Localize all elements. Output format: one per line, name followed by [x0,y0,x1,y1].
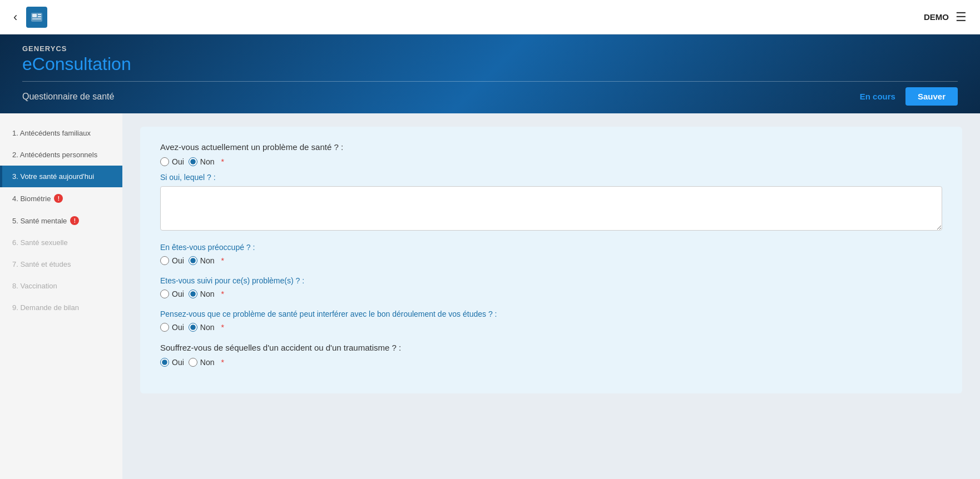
svg-rect-4 [32,18,41,19]
badge-biometrie: ! [54,194,63,203]
radio-label-q4-oui[interactable]: Oui [160,323,184,332]
radio-q1-non[interactable] [189,157,197,166]
header-title: eConsultation [22,54,958,74]
sidebar-item-label: 6. Santé sexuelle [12,238,68,247]
radio-label-q3-non[interactable]: Non [189,290,215,298]
header-title-rest: Consultation [32,54,131,74]
required-star-q4: * [221,323,224,332]
question-text-q3: Etes-vous suivi pour ce(s) problème(s) ?… [160,276,942,285]
question-row-q3: Etes-vous suivi pour ce(s) problème(s) ?… [160,276,942,298]
sidebar-item-vaccination: 8. Vaccination [0,275,122,297]
sidebar-item-label: 3. Votre santé aujourd'hui [12,172,94,181]
radio-group-q3: Oui Non * [160,290,942,298]
header-actions: En cours Sauver [860,87,958,106]
hamburger-button[interactable]: ☰ [956,10,967,24]
radio-q2-non[interactable] [189,256,197,265]
radio-group-q4: Oui Non * [160,323,942,332]
question-text-q5: Souffrez-vous de séquelles d'un accident… [160,343,942,352]
svg-rect-1 [32,14,37,17]
radio-group-q2: Oui Non * [160,256,942,265]
textarea-q1-sub[interactable] [160,186,942,231]
logo-icon [26,7,47,28]
required-star-q2: * [221,256,224,265]
radio-group-q5: Oui Non * [160,358,942,367]
header-title-e: e [22,54,32,74]
content-area: Avez-vous actuellement un problème de sa… [122,113,980,479]
question-row-q1-sub: Si oui, lequel ? : [160,173,942,233]
radio-label-q2-non[interactable]: Non [189,256,215,265]
sidebar-item-biometrie[interactable]: 4. Biométrie ! [0,187,122,209]
sidebar-item-label: 8. Vaccination [12,282,57,290]
sidebar-item-demande-bilan: 9. Demande de bilan [0,297,122,318]
main-layout: 1. Antécédents familiaux 2. Antécédents … [0,113,980,479]
header-bar: Questionnaire de santé En cours Sauver [22,82,958,113]
radio-label-q2-oui[interactable]: Oui [160,256,184,265]
question-row-q5: Souffrez-vous de séquelles d'un accident… [160,343,942,367]
status-badge: En cours [860,92,895,101]
question-text-q2: En êtes-vous préoccupé ? : [160,243,942,252]
sidebar-item-sante-etudes: 7. Santé et études [0,253,122,275]
radio-q4-non[interactable] [189,323,197,332]
required-star-q1: * [221,157,224,166]
sidebar-item-label: 9. Demande de bilan [12,303,79,312]
header-brand: GENERYCS [22,44,958,53]
radio-label-q5-oui[interactable]: Oui [160,358,184,367]
radio-label-q1-non[interactable]: Non [189,157,215,166]
question-card: Avez-vous actuellement un problème de sa… [140,127,962,393]
sidebar-item-votre-sante[interactable]: 3. Votre santé aujourd'hui [0,166,122,187]
radio-label-q5-non[interactable]: Non [189,358,215,367]
sidebar-item-label: 1. Antécédents familiaux [12,129,91,137]
radio-q2-oui[interactable] [160,256,169,265]
required-star-q3: * [221,290,224,298]
sidebar-item-label: 4. Biométrie [12,194,51,203]
top-nav: ‹ DEMO ☰ [0,0,980,34]
radio-q3-non[interactable] [189,290,197,298]
radio-q5-non[interactable] [189,358,197,367]
demo-label: DEMO [924,12,949,22]
radio-label-q3-oui[interactable]: Oui [160,290,184,298]
header-banner: GENERYCS eConsultation Questionnaire de … [0,34,980,113]
question-sub-q1: Si oui, lequel ? : [160,173,942,182]
radio-q5-oui[interactable] [160,358,169,367]
svg-rect-2 [38,14,41,15]
sidebar-item-antecedents-personnels[interactable]: 2. Antécédents personnels [0,144,122,166]
back-button[interactable]: ‹ [13,11,17,23]
radio-q4-oui[interactable] [160,323,169,332]
sidebar-item-label: 5. Santé mentale [12,217,67,225]
save-button[interactable]: Sauver [905,87,958,106]
sidebar: 1. Antécédents familiaux 2. Antécédents … [0,113,122,479]
radio-label-q1-oui[interactable]: Oui [160,157,184,166]
header-section-title: Questionnaire de santé [22,92,114,102]
radio-label-q4-non[interactable]: Non [189,323,215,332]
sidebar-item-label: 7. Santé et études [12,260,71,268]
required-star-q5: * [221,358,224,367]
radio-q3-oui[interactable] [160,290,169,298]
svg-rect-3 [38,16,41,17]
sidebar-item-label: 2. Antécédents personnels [12,151,97,159]
question-text-q4: Pensez-vous que ce problème de santé peu… [160,310,942,318]
question-row-q1: Avez-vous actuellement un problème de sa… [160,142,942,166]
radio-group-q1: Oui Non * [160,157,942,166]
nav-right: DEMO ☰ [924,10,967,24]
question-row-q4: Pensez-vous que ce problème de santé peu… [160,310,942,332]
badge-sante-mentale: ! [70,216,79,225]
sidebar-item-sante-sexuelle: 6. Santé sexuelle [0,232,122,253]
sidebar-item-sante-mentale[interactable]: 5. Santé mentale ! [0,209,122,232]
radio-q1-oui[interactable] [160,157,169,166]
sidebar-item-antecedents-familiaux[interactable]: 1. Antécédents familiaux [0,122,122,144]
question-text-q1: Avez-vous actuellement un problème de sa… [160,142,942,152]
question-row-q2: En êtes-vous préoccupé ? : Oui Non * [160,243,942,265]
nav-left: ‹ [13,7,47,28]
